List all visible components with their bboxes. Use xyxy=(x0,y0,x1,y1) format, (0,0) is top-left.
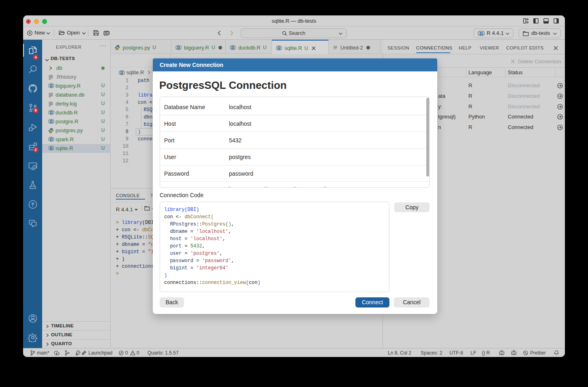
svg-text:R: R xyxy=(120,71,124,75)
svg-text:R: R xyxy=(50,111,53,115)
svg-text:R: R xyxy=(479,31,483,36)
svg-text:R: R xyxy=(50,138,53,142)
svg-text:R: R xyxy=(231,45,235,50)
svg-text:R: R xyxy=(177,45,180,50)
svg-text:R: R xyxy=(50,146,53,151)
svg-text:R: R xyxy=(278,46,281,51)
svg-text:R: R xyxy=(50,84,53,88)
svg-text:R: R xyxy=(50,120,53,124)
